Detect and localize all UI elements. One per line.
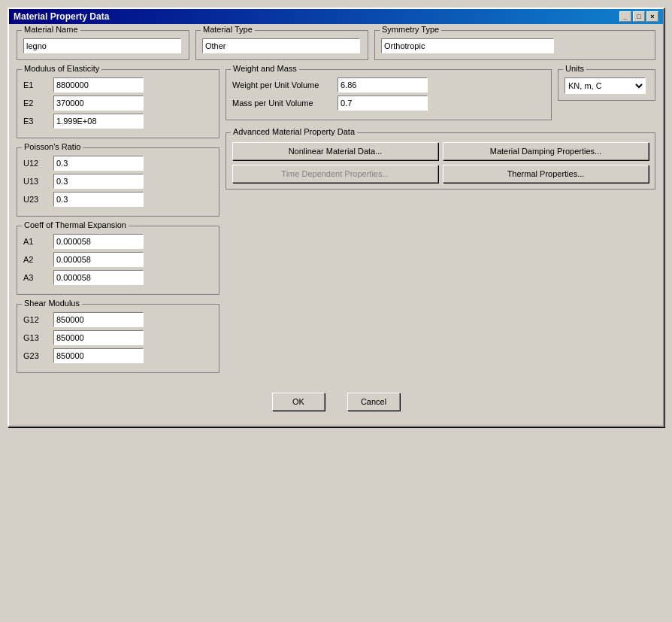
e3-label: E3 bbox=[23, 117, 53, 126]
u12-row: U12 bbox=[23, 156, 213, 171]
symmetry-type-input[interactable] bbox=[381, 38, 554, 53]
dialog-content: Material Name Material Type Symmetry Typ… bbox=[9, 24, 663, 426]
right-column: Weight and Mass Weight per Unit Volume M… bbox=[226, 69, 655, 190]
weight-mass-group: Weight and Mass Weight per Unit Volume M… bbox=[226, 69, 552, 120]
title-bar: Material Property Data _ □ × bbox=[9, 9, 663, 24]
poissons-legend: Poisson's Ratio bbox=[22, 142, 83, 151]
units-legend: Units bbox=[563, 64, 586, 73]
e2-input[interactable] bbox=[53, 96, 144, 111]
material-type-group: Material Type bbox=[195, 30, 368, 60]
g13-label: G13 bbox=[23, 333, 53, 342]
mass-row: Mass per Unit Volume bbox=[232, 96, 545, 111]
title-bar-buttons: _ □ × bbox=[619, 11, 658, 22]
u13-row: U13 bbox=[23, 174, 213, 189]
shear-group: Shear Modulus G12 G13 G23 bbox=[17, 304, 219, 373]
e3-input[interactable] bbox=[53, 114, 144, 129]
u12-label: U12 bbox=[23, 159, 53, 168]
material-type-input[interactable] bbox=[202, 38, 360, 53]
e1-input[interactable] bbox=[53, 77, 144, 93]
thermal-group: Coeff of Thermal Expansion A1 A2 A3 bbox=[17, 226, 219, 295]
u12-input[interactable] bbox=[53, 156, 144, 171]
main-dialog: Material Property Data _ □ × Material Na… bbox=[8, 8, 664, 427]
a2-input[interactable] bbox=[53, 252, 144, 267]
symmetry-type-legend: Symmetry Type bbox=[380, 25, 441, 34]
a3-input[interactable] bbox=[53, 270, 144, 285]
g23-input[interactable] bbox=[53, 348, 144, 363]
e1-label: E1 bbox=[23, 80, 53, 90]
poissons-group: Poisson's Ratio U12 U13 U23 bbox=[17, 147, 219, 217]
u13-input[interactable] bbox=[53, 174, 144, 189]
a3-label: A3 bbox=[23, 273, 53, 282]
footer-buttons: OK Cancel bbox=[17, 393, 655, 418]
a2-row: A2 bbox=[23, 252, 213, 267]
shear-legend: Shear Modulus bbox=[22, 299, 82, 308]
material-name-input[interactable] bbox=[23, 38, 181, 53]
thermal-properties-button[interactable]: Thermal Properties... bbox=[443, 165, 649, 183]
a2-label: A2 bbox=[23, 255, 53, 264]
material-name-group: Material Name bbox=[17, 30, 189, 60]
g13-input[interactable] bbox=[53, 330, 144, 345]
mass-input[interactable] bbox=[338, 96, 428, 111]
weight-row: Weight per Unit Volume bbox=[232, 77, 545, 93]
symmetry-type-group: Symmetry Type bbox=[374, 30, 655, 60]
units-group: Units KN, m, C N, m, C kips, ft, F bbox=[558, 69, 655, 101]
u23-input[interactable] bbox=[53, 192, 144, 207]
a1-input[interactable] bbox=[53, 234, 144, 249]
weight-input[interactable] bbox=[338, 77, 428, 93]
e1-row: E1 bbox=[23, 77, 213, 93]
g12-label: G12 bbox=[23, 315, 53, 324]
modulus-group: Modulus of Elasticity E1 E2 E3 bbox=[17, 69, 219, 138]
modulus-legend: Modulus of Elasticity bbox=[22, 64, 101, 73]
g12-input[interactable] bbox=[53, 312, 144, 327]
u13-label: U13 bbox=[23, 177, 53, 186]
g12-row: G12 bbox=[23, 312, 213, 327]
g23-row: G23 bbox=[23, 348, 213, 363]
damping-button[interactable]: Material Damping Properties... bbox=[443, 142, 649, 160]
weight-label: Weight per Unit Volume bbox=[232, 80, 338, 90]
a1-label: A1 bbox=[23, 237, 53, 246]
u23-label: U23 bbox=[23, 195, 53, 204]
material-name-legend: Material Name bbox=[22, 25, 80, 34]
advanced-buttons: Nonlinear Material Data... Material Damp… bbox=[232, 142, 649, 183]
u23-row: U23 bbox=[23, 192, 213, 207]
g23-label: G23 bbox=[23, 351, 53, 360]
dialog-title: Material Property Data bbox=[14, 11, 109, 22]
e2-row: E2 bbox=[23, 96, 213, 111]
main-row: Modulus of Elasticity E1 E2 E3 bbox=[17, 69, 655, 378]
left-column: Modulus of Elasticity E1 E2 E3 bbox=[17, 69, 219, 378]
a3-row: A3 bbox=[23, 270, 213, 285]
ok-button[interactable]: OK bbox=[272, 393, 325, 411]
mass-label: Mass per Unit Volume bbox=[232, 99, 338, 108]
time-dependent-button: Time Dependent Properties... bbox=[232, 165, 438, 183]
material-type-legend: Material Type bbox=[201, 25, 255, 34]
close-button[interactable]: × bbox=[646, 11, 658, 22]
units-select[interactable]: KN, m, C N, m, C kips, ft, F bbox=[565, 77, 646, 94]
maximize-button[interactable]: □ bbox=[633, 11, 645, 22]
e3-row: E3 bbox=[23, 114, 213, 129]
advanced-group: Advanced Material Property Data Nonlinea… bbox=[226, 132, 655, 190]
weight-units-row: Weight and Mass Weight per Unit Volume M… bbox=[226, 69, 655, 125]
e2-label: E2 bbox=[23, 99, 53, 108]
cancel-button[interactable]: Cancel bbox=[347, 393, 400, 411]
nonlinear-button[interactable]: Nonlinear Material Data... bbox=[232, 142, 438, 160]
weight-mass-legend: Weight and Mass bbox=[231, 64, 299, 73]
minimize-button[interactable]: _ bbox=[619, 11, 631, 22]
advanced-legend: Advanced Material Property Data bbox=[231, 127, 357, 136]
thermal-legend: Coeff of Thermal Expansion bbox=[22, 220, 129, 229]
a1-row: A1 bbox=[23, 234, 213, 249]
g13-row: G13 bbox=[23, 330, 213, 345]
top-row: Material Name Material Type Symmetry Typ… bbox=[17, 30, 655, 65]
